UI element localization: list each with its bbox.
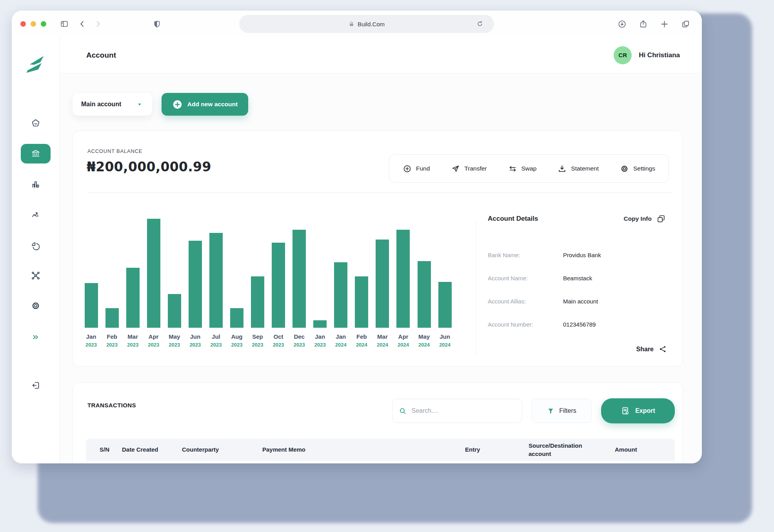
chart-bar-group: Mar 2023 xyxy=(122,219,143,348)
table-column-header[interactable]: Date Created xyxy=(122,446,182,454)
sidebar-item-integrations[interactable] xyxy=(27,267,44,284)
add-new-account-button[interactable]: Add new account xyxy=(162,93,248,116)
detail-value: Main account xyxy=(563,298,598,305)
share-button[interactable]: Share xyxy=(636,345,667,353)
back-icon[interactable] xyxy=(78,19,87,29)
account-actions-bar: Fund Transfer Swap Statement Settings xyxy=(389,154,669,183)
table-column-header[interactable]: Counterparty xyxy=(182,446,262,454)
chart-year-label: 2023 xyxy=(127,342,138,348)
transactions-title: TRANSACTIONS xyxy=(87,402,136,409)
chart-bar-group: Jan 2024 xyxy=(331,219,351,348)
transfer-button[interactable]: Transfer xyxy=(451,164,487,173)
lock-icon xyxy=(349,21,354,27)
forward-icon[interactable] xyxy=(93,19,103,29)
bar-chart-icon xyxy=(31,180,40,189)
export-button[interactable]: Export xyxy=(601,398,675,423)
app-logo[interactable] xyxy=(25,53,47,75)
search-input[interactable] xyxy=(412,407,516,414)
page-header: Account CR Hi Christiana xyxy=(60,37,702,73)
chart-month-label: Feb xyxy=(107,333,117,340)
reload-icon[interactable] xyxy=(475,19,485,29)
chart-month-label: Jun xyxy=(440,333,450,340)
table-column-header[interactable]: S/N xyxy=(100,446,122,454)
chart-bar xyxy=(418,261,431,328)
sidebar-item-settings[interactable] xyxy=(27,297,44,314)
sidebar-expand-button[interactable] xyxy=(27,329,44,346)
address-bar[interactable]: Build.Com xyxy=(239,15,494,33)
chart-bar-group: Dec 2023 xyxy=(289,219,310,348)
detail-value: Beamstack xyxy=(563,275,592,281)
swap-button[interactable]: Swap xyxy=(508,164,537,173)
sidebar-item-accounts[interactable] xyxy=(21,144,51,163)
sidebar-item-home[interactable] xyxy=(27,114,44,132)
chart-bar xyxy=(85,283,98,328)
zoom-window-button[interactable] xyxy=(41,21,46,27)
detail-label: Account Number: xyxy=(488,321,563,328)
table-column-header[interactable]: Entry xyxy=(465,446,529,454)
copy-info-button[interactable]: Copy Info xyxy=(624,214,666,223)
avatar[interactable]: CR xyxy=(614,46,632,64)
table-column-header[interactable]: Source/Destination account xyxy=(529,442,591,458)
chart-bar-group: Oct 2023 xyxy=(268,219,289,348)
chart-year-label: 2023 xyxy=(85,342,97,348)
downloads-icon[interactable] xyxy=(617,19,627,29)
shield-icon[interactable] xyxy=(152,19,162,29)
sidebar-logout-button[interactable] xyxy=(27,377,44,394)
send-icon xyxy=(451,164,460,173)
double-chevron-icon xyxy=(31,332,40,342)
chart-year-label: 2023 xyxy=(148,342,159,348)
filters-label: Filters xyxy=(559,407,576,414)
swap-label: Swap xyxy=(521,165,537,172)
transfer-label: Transfer xyxy=(464,165,487,172)
chart-bar xyxy=(230,308,243,328)
chart-bar xyxy=(209,233,223,328)
chart-year-label: 2024 xyxy=(377,342,388,348)
sidebar-toggle-icon[interactable] xyxy=(60,19,69,29)
sidebar-item-activity[interactable] xyxy=(27,205,44,223)
minimize-window-button[interactable] xyxy=(31,21,36,27)
settings-button[interactable]: Settings xyxy=(620,164,655,173)
browser-chrome: Build.Com xyxy=(12,11,702,37)
settings-label: Settings xyxy=(633,165,655,172)
new-tab-icon[interactable] xyxy=(660,19,669,29)
transactions-search[interactable] xyxy=(392,399,522,423)
fund-label: Fund xyxy=(416,165,430,172)
chart-year-label: 2023 xyxy=(314,342,326,348)
chart-bar xyxy=(293,230,306,328)
close-window-button[interactable] xyxy=(20,21,26,27)
download-statement-icon xyxy=(558,164,567,173)
chart-year-label: 2024 xyxy=(335,342,347,348)
chart-month-label: Oct xyxy=(274,333,283,340)
chart-month-label: Dec xyxy=(294,333,305,340)
chart-bar xyxy=(272,243,285,328)
chart-bar-group: Sep 2023 xyxy=(247,219,268,348)
chart-month-label: Apr xyxy=(398,333,409,340)
share-label: Share xyxy=(636,346,654,353)
account-detail-row: Account Allias: Main account xyxy=(488,298,666,305)
sidebar-item-analytics[interactable] xyxy=(27,176,44,193)
chart-month-label: Jan xyxy=(315,333,325,340)
chart-month-label: Mar xyxy=(127,333,138,340)
share-page-icon[interactable] xyxy=(638,19,648,29)
chart-month-label: Mar xyxy=(377,333,388,340)
account-selector[interactable]: Main account xyxy=(73,93,152,116)
filters-button[interactable]: Filters xyxy=(532,399,592,423)
chart-month-label: May xyxy=(418,333,430,340)
chart-bar-group: Jun 2024 xyxy=(434,219,455,348)
fund-button[interactable]: Fund xyxy=(403,164,430,173)
sidebar xyxy=(12,37,60,463)
account-detail-row: Bank Name: Providus Bank xyxy=(488,252,666,258)
table-column-header[interactable]: Payment Memo xyxy=(262,446,465,454)
chart-year-label: 2024 xyxy=(356,342,367,348)
chart-bar xyxy=(313,320,327,328)
chart-bar xyxy=(438,282,452,328)
logout-icon xyxy=(31,381,40,390)
table-column-header[interactable]: Amount xyxy=(591,446,637,454)
transactions-table-header: S/N Date Created Counterparty Payment Me… xyxy=(86,439,675,461)
statement-label: Statement xyxy=(571,165,599,172)
chevron-down-icon xyxy=(136,100,144,108)
tab-overview-icon[interactable] xyxy=(681,19,690,29)
sidebar-item-reports[interactable] xyxy=(27,238,44,255)
browser-window: Build.Com xyxy=(12,11,702,463)
statement-button[interactable]: Statement xyxy=(558,164,599,173)
